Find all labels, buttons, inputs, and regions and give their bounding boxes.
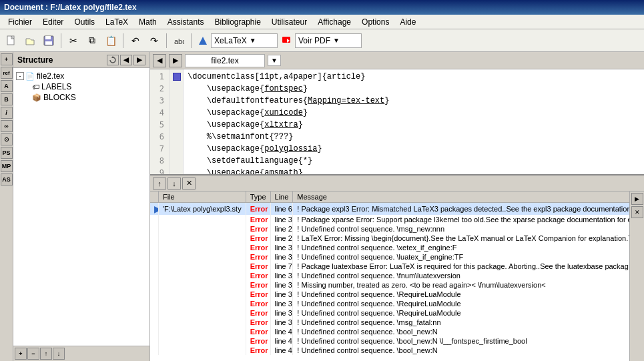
compiler-dropdown[interactable]: XeLaTeX ▼ <box>211 33 278 48</box>
line-num-8: 8 <box>150 155 167 167</box>
menu-utilisateur[interactable]: Utilisateur <box>266 16 312 28</box>
menu-bibliographie[interactable]: Bibliographie <box>209 16 266 28</box>
file-dropdown-btn[interactable]: ▼ <box>268 55 281 66</box>
error-row[interactable]: Errorline 35! Missing number, treated as… <box>150 280 629 290</box>
left-icon-as[interactable]: AS <box>1 173 13 186</box>
menu-options[interactable]: Options <box>356 16 394 28</box>
row-message: ! Undefined control sequence. \fnum\luat… <box>293 271 629 280</box>
line-num-7: 7 <box>150 143 167 155</box>
svg-rect-6 <box>282 37 290 43</box>
code-editor[interactable]: \documentclass[11pt,a4paper]{article} \u… <box>184 69 644 174</box>
menu-fichier[interactable]: Fichier <box>3 16 37 28</box>
row-message: ! Package expl3 Error: Mismatched LaTeX3… <box>293 203 629 216</box>
undo-button[interactable]: ↶ <box>127 32 144 49</box>
error-row[interactable]: Errorline 31! Undefined control sequence… <box>150 243 629 252</box>
row-message: ! Missing number, treated as zero. <to b… <box>293 280 629 290</box>
marker-5 <box>170 119 183 131</box>
row-message: ! Package luatexbase Error: LuaTeX is re… <box>293 262 629 271</box>
row-message: ! Undefined control sequence. \RequireLu… <box>293 290 629 299</box>
left-icon-inf[interactable]: ∞ <box>1 120 13 132</box>
left-icon-plus[interactable]: + <box>1 53 13 65</box>
row-line: line 42 <box>270 336 293 346</box>
struct-btn-3[interactable]: ↑ <box>40 348 52 360</box>
menu-math[interactable]: Math <box>133 16 162 28</box>
row-message: ! Undefined control sequence. \msg_fatal… <box>293 318 629 327</box>
row-type: Error <box>246 290 270 299</box>
col-type: Type <box>246 192 270 203</box>
editor-area: 1 2 3 4 5 6 7 8 9 10 <box>150 69 644 174</box>
cut-button[interactable]: ✂ <box>65 32 82 49</box>
spell-button[interactable]: abc <box>170 32 188 49</box>
error-scroll-down-btn[interactable]: ↓ <box>168 177 181 190</box>
error-row[interactable]: Errorline 42! Undefined control sequence… <box>150 327 629 336</box>
marker-8 <box>170 155 183 167</box>
error-scroll-up-btn[interactable]: ↑ <box>153 177 166 190</box>
struct-btn-2[interactable]: − <box>27 348 39 360</box>
row-arrow-cell <box>150 336 159 346</box>
left-icon-b[interactable]: B <box>1 93 13 105</box>
error-row[interactable]: Errorline 37! Undefined control sequence… <box>150 290 629 299</box>
error-row[interactable]: Errorline 39! Undefined control sequence… <box>150 318 629 327</box>
pdf-dropdown[interactable]: Voir PDF ▼ <box>295 33 362 48</box>
row-line: line 23 <box>270 224 293 234</box>
menu-editer[interactable]: Editer <box>37 16 69 28</box>
new-button[interactable] <box>3 32 20 49</box>
nav-prev-btn[interactable]: ◀ <box>153 54 166 67</box>
menu-latex[interactable]: LaTeX <box>100 16 133 28</box>
row-line: line 38 <box>270 299 293 308</box>
nav-next-btn[interactable]: ▶ <box>169 54 182 67</box>
left-icon-a[interactable]: A <box>1 80 13 92</box>
row-file <box>159 327 246 336</box>
file-tab[interactable]: file2.tex <box>185 54 265 67</box>
error-side-btn-2[interactable]: ✕ <box>631 206 643 218</box>
error-row[interactable]: Errorline 35! Undefined control sequence… <box>150 271 629 280</box>
structure-next-btn[interactable]: ▶ <box>133 55 145 65</box>
left-icon-circle[interactable]: ⊙ <box>1 133 13 145</box>
tree-item-blocks[interactable]: 📦 BLOCKS <box>15 92 148 103</box>
marker-3 <box>170 95 183 107</box>
error-row[interactable]: Errorline 33! Undefined control sequence… <box>150 252 629 262</box>
error-row[interactable]: Errorline 38! Undefined control sequence… <box>150 299 629 308</box>
svg-text:abc: abc <box>174 37 184 45</box>
error-row[interactable]: Errorline 42! Undefined control sequence… <box>150 336 629 346</box>
row-file <box>159 299 246 308</box>
error-row[interactable]: Errorline 23! Undefined control sequence… <box>150 224 629 234</box>
error-clear-btn[interactable]: ✕ <box>182 177 196 190</box>
left-icon-ref[interactable]: ref <box>1 67 13 79</box>
structure-prev-btn[interactable]: ◀ <box>120 55 132 65</box>
row-arrow-cell <box>150 262 159 271</box>
error-row[interactable]: Errorline 23! LaTeX Error: Missing \begi… <box>150 234 629 243</box>
tree-item-labels[interactable]: 🏷 LABELS <box>15 81 148 92</box>
error-row[interactable]: Errorline 71! Package luatexbase Error: … <box>150 262 629 271</box>
menu-assistants[interactable]: Assistants <box>162 16 210 28</box>
error-side-btn-1[interactable]: ▶ <box>631 193 643 205</box>
copy-button[interactable]: ⧉ <box>83 32 101 49</box>
open-button[interactable] <box>21 32 39 49</box>
row-arrow-cell <box>150 234 159 243</box>
struct-btn-4[interactable]: ↓ <box>53 348 65 360</box>
row-line: line 37 <box>270 290 293 299</box>
left-icon-ps[interactable]: PS <box>1 147 13 159</box>
save-button[interactable] <box>40 32 57 49</box>
menu-outils[interactable]: Outils <box>69 16 100 28</box>
error-row[interactable]: ▶'F:\Latex polyg\expl3.styErrorline 60! … <box>150 203 629 216</box>
code-line-2: \usepackage{fontspec} <box>188 83 640 95</box>
tree-expand-file[interactable]: - <box>16 72 24 80</box>
title-bar: Document : F:/Latex polyg/file2.tex <box>0 0 644 15</box>
row-line: line 39 <box>270 318 293 327</box>
struct-btn-1[interactable]: + <box>15 348 27 360</box>
paste-button[interactable]: 📋 <box>102 32 119 49</box>
structure-refresh-btn[interactable] <box>107 55 119 65</box>
error-row[interactable]: Errorline 36! Undefined control sequence… <box>150 308 629 318</box>
code-line-9: \usepackage{amsmath} <box>188 167 640 174</box>
left-icon-i[interactable]: i <box>1 107 13 119</box>
menu-affichage[interactable]: Affichage <box>312 16 356 28</box>
error-row[interactable]: Errorline 43! Undefined control sequence… <box>150 346 629 355</box>
menu-aide[interactable]: Aide <box>394 16 421 28</box>
tree-icon-labels: 🏷 <box>32 83 39 91</box>
redo-button[interactable]: ↷ <box>145 32 163 49</box>
row-message: ! Undefined control sequence. \bool_new:… <box>293 327 629 336</box>
error-row[interactable]: Errorline 38! Package xparse Error: Supp… <box>150 215 629 224</box>
tree-item-file[interactable]: - 📄 file2.tex <box>15 71 148 81</box>
left-icon-mp[interactable]: MP <box>1 160 13 172</box>
